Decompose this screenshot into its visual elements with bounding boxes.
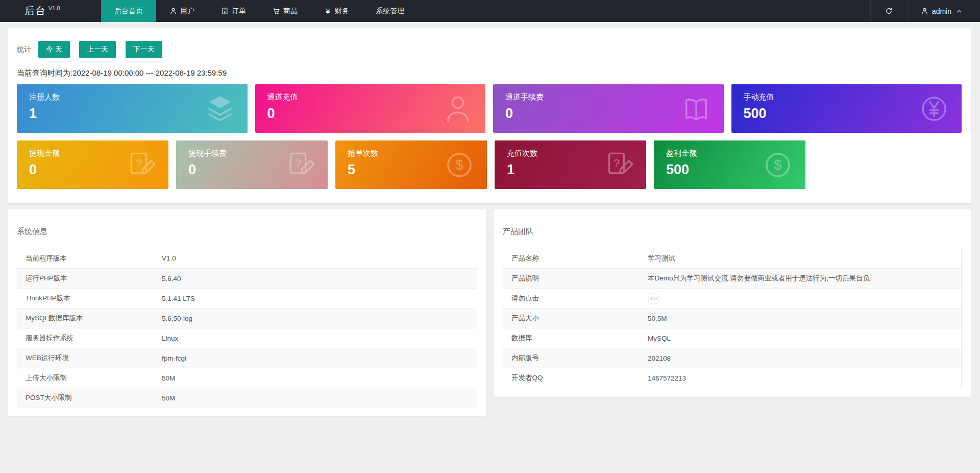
user-icon <box>169 7 177 15</box>
table-row: 运行PHP版本 5.6.40 <box>17 268 477 288</box>
navbar: 后台 V1.0 后台首页 用户 订单 商品 ¥ 财务 系统管理 admin <box>0 0 980 22</box>
nav-item-后台首页[interactable]: 后台首页 <box>101 0 156 22</box>
username: admin <box>932 7 951 15</box>
cart-icon <box>273 7 280 15</box>
table-row-label: 产品名称 <box>503 254 648 263</box>
table-row-value: 学习测试 <box>648 254 961 263</box>
table-row: 内部版号 202108 <box>503 348 961 368</box>
table-row-value: 1467572213 <box>648 374 961 382</box>
table-row-label: 内部版号 <box>503 353 648 363</box>
table-row: 请勿点击 404 <box>503 288 961 308</box>
nav-item-系统管理[interactable]: 系统管理 <box>362 0 418 22</box>
table-row-value: 50.5M <box>648 315 961 322</box>
table-row-label: 上传大小限制 <box>17 373 162 383</box>
stat-card: 通道手续费 0 <box>493 84 724 133</box>
do-not-click-badge[interactable]: 404 <box>648 293 659 304</box>
table-row-value: 5.6.40 <box>162 275 477 282</box>
product-team-panel: 产品团队 产品名称 学习测试 产品说明 本Demo只为学习测试交流,请勿要做商业… <box>494 209 971 397</box>
table-row-value: 50M <box>162 374 477 382</box>
stat-card: 通道充值 0 <box>255 84 486 133</box>
stat-card: 抢单次数 5 $ <box>335 140 487 189</box>
table-row-value: Linux <box>162 335 477 342</box>
statistics-panel: 统计 今 天 上一天 下一天 当前查询时间为:2022-08-19 00:00:… <box>8 28 971 203</box>
refresh-icon <box>885 7 893 15</box>
stat-card: 提现金额 0 ? <box>17 140 168 189</box>
table-row: 服务器操作系统 Linux <box>17 328 477 348</box>
table-row-label: 数据库 <box>503 334 648 343</box>
stat-cards-row1: 注册人数 1 通道充值 0 通道手续费 0 手动充值 500 <box>17 84 962 133</box>
table-row-label: 请勿点击 <box>503 294 648 303</box>
edit-question-icon: ? <box>284 149 316 181</box>
table-row: POST大小限制 50M <box>17 388 477 408</box>
user-menu[interactable]: admin <box>907 0 980 22</box>
nav-item-商品[interactable]: 商品 <box>259 0 311 22</box>
table-row-value: MySQL <box>648 335 961 342</box>
table-row-value: 5.6.50-log <box>162 315 477 322</box>
table-row: 上传大小限制 50M <box>17 368 477 388</box>
table-row-value: V1.0 <box>162 254 477 262</box>
table-row-label: 开发者QQ <box>503 373 648 383</box>
app-version: V1.0 <box>48 5 60 11</box>
table-row-value: 404 <box>648 293 961 304</box>
table-row-value: 本Demo只为学习测试交流,请勿要做商业或者用于违法行为,一切后果自负. <box>648 274 961 283</box>
book-icon <box>680 92 713 125</box>
yen-circle-icon <box>918 92 950 125</box>
nav-item-label: 后台首页 <box>114 7 143 16</box>
nav-item-用户[interactable]: 用户 <box>156 0 208 22</box>
table-row-label: POST大小限制 <box>17 393 162 403</box>
dollar-circle-icon: $ <box>762 149 794 181</box>
nav-item-label: 财务 <box>335 7 349 16</box>
system-info-title: 系统信息 <box>17 227 477 236</box>
table-row: WEB运行环境 fpm-fcgi <box>17 348 477 368</box>
svg-text:?: ? <box>614 156 620 170</box>
table-row: 数据库 MySQL <box>503 328 961 348</box>
stat-card: 盈利金额 500 $ <box>654 140 805 189</box>
table-row: 产品名称 学习测试 <box>503 248 961 268</box>
table-row-label: MySQL数据库版本 <box>17 314 162 323</box>
user-avatar-icon <box>921 7 928 15</box>
chevron-up-icon <box>955 7 963 15</box>
stat-range-button[interactable]: 今 天 <box>38 41 70 58</box>
bottom-panels: 系统信息 当前程序版本 V1.0 运行PHP版本 5.6.40 ThinkPHP… <box>8 209 971 416</box>
navbar-right: admin <box>870 0 980 22</box>
table-row: ThinkPHP版本 5.1.41 LTS <box>17 288 477 308</box>
table-row-label: 产品大小 <box>503 314 648 323</box>
stat-range-button[interactable]: 上一天 <box>79 41 116 58</box>
stat-card: 提现手续费 0 ? <box>176 140 328 189</box>
table-row-value: 202108 <box>648 354 961 362</box>
refresh-button[interactable] <box>870 0 907 22</box>
product-team-table: 产品名称 学习测试 产品说明 本Demo只为学习测试交流,请勿要做商业或者用于违… <box>503 248 962 388</box>
yen-icon: ¥ <box>324 7 332 15</box>
table-row-label: 服务器操作系统 <box>17 334 162 343</box>
stats-label: 统计 <box>17 45 31 54</box>
table-row: MySQL数据库版本 5.6.50-log <box>17 308 477 328</box>
stat-range-buttons: 今 天 上一天 下一天 <box>38 41 169 58</box>
table-row-label: WEB运行环境 <box>17 353 162 363</box>
nav-item-财务[interactable]: ¥ 财务 <box>311 0 362 22</box>
stat-card: 手动充值 500 <box>731 84 962 133</box>
nav-item-label: 用户 <box>180 7 194 16</box>
stat-card: 充值次数 1 ? <box>495 140 646 189</box>
edit-question-icon: ? <box>125 149 157 181</box>
dollar-circle-icon: $ <box>443 149 476 181</box>
table-row: 当前程序版本 V1.0 <box>17 248 477 268</box>
table-row: 开发者QQ 1467572213 <box>503 368 961 388</box>
svg-text:?: ? <box>136 156 142 170</box>
stat-range-button[interactable]: 下一天 <box>126 41 162 58</box>
stat-range-bar: 统计 今 天 上一天 下一天 <box>17 41 962 58</box>
person-icon <box>442 92 474 125</box>
table-row-label: 当前程序版本 <box>17 254 162 263</box>
table-row-value: fpm-fcgi <box>162 354 477 362</box>
nav-item-label: 系统管理 <box>376 7 404 16</box>
nav-item-label: 订单 <box>232 7 246 16</box>
main-menu: 后台首页 用户 订单 商品 ¥ 财务 系统管理 <box>101 0 418 22</box>
product-team-title: 产品团队 <box>503 227 962 236</box>
system-info-table: 当前程序版本 V1.0 运行PHP版本 5.6.40 ThinkPHP版本 5.… <box>17 248 477 408</box>
table-row-label: 产品说明 <box>503 274 648 283</box>
table-row: 产品大小 50.5M <box>503 308 961 328</box>
app-title: 后台 <box>24 4 46 18</box>
table-row-label: 运行PHP版本 <box>17 274 162 283</box>
nav-item-订单[interactable]: 订单 <box>208 0 259 22</box>
query-time-text: 当前查询时间为:2022-08-19 00:00:00 --- 2022-08-… <box>17 68 962 78</box>
table-row: 产品说明 本Demo只为学习测试交流,请勿要做商业或者用于违法行为,一切后果自负… <box>503 268 961 288</box>
